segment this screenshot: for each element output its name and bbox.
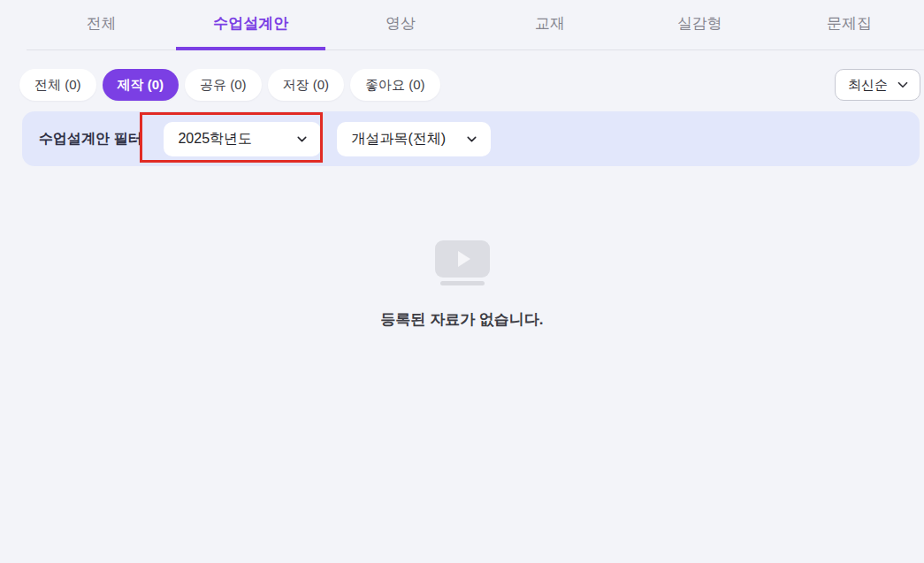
play-triangle-icon bbox=[458, 251, 470, 267]
tab-workbook[interactable]: 문제집 bbox=[775, 0, 924, 50]
sort-dropdown[interactable]: 최신순 bbox=[835, 69, 920, 101]
video-play-icon-base bbox=[440, 281, 485, 285]
pill-liked[interactable]: 좋아요 (0) bbox=[350, 69, 440, 101]
pill-saved[interactable]: 저장 (0) bbox=[268, 69, 345, 101]
empty-state: 등록된 자료가 없습니다. bbox=[0, 240, 924, 330]
chevron-down-icon bbox=[294, 132, 309, 147]
pill-all[interactable]: 전체 (0) bbox=[19, 69, 96, 101]
tab-all[interactable]: 전체 bbox=[27, 0, 176, 50]
video-play-icon-body bbox=[435, 240, 490, 278]
school-year-dropdown[interactable]: 2025학년도 bbox=[164, 122, 321, 156]
pill-shared[interactable]: 공유 (0) bbox=[185, 69, 262, 101]
filter-pill-row: 전체 (0) 제작 (0) 공유 (0) 저장 (0) 좋아요 (0) 최신순 bbox=[0, 69, 924, 101]
sort-dropdown-value: 최신순 bbox=[848, 77, 888, 94]
subject-dropdown-value: 개설과목(전체) bbox=[351, 130, 446, 148]
tab-textbook[interactable]: 교재 bbox=[476, 0, 625, 50]
pill-created[interactable]: 제작 (0) bbox=[103, 69, 179, 101]
chevron-down-icon bbox=[464, 132, 479, 147]
subject-dropdown[interactable]: 개설과목(전체) bbox=[337, 122, 491, 156]
school-year-dropdown-value: 2025학년도 bbox=[178, 130, 252, 148]
library-page: 전체 수업설계안 영상 교재 실감형 문제집 전체 (0) 제작 (0) 공유 … bbox=[0, 0, 924, 563]
tab-video[interactable]: 영상 bbox=[325, 0, 475, 50]
filter-bar-label: 수업설계안 필터 bbox=[39, 130, 141, 148]
empty-state-message: 등록된 자료가 없습니다. bbox=[380, 309, 543, 330]
lesson-plan-filter-bar: 수업설계안 필터 2025학년도 개설과목(전체) bbox=[22, 111, 920, 166]
video-play-icon bbox=[435, 240, 490, 285]
chevron-down-icon bbox=[895, 77, 911, 93]
tab-immersive[interactable]: 실감형 bbox=[625, 0, 775, 50]
category-tabbar: 전체 수업설계안 영상 교재 실감형 문제집 bbox=[27, 0, 924, 50]
tab-lesson-plan[interactable]: 수업설계안 bbox=[176, 0, 325, 50]
